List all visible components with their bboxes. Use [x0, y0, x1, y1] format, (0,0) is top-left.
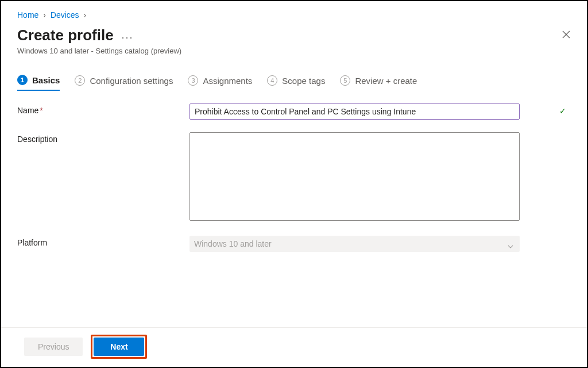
- page-title-row: Create profile ···: [17, 26, 181, 44]
- tab-configuration-settings[interactable]: 2 Configuration settings: [75, 75, 173, 91]
- tab-assignments[interactable]: 3 Assignments: [188, 75, 252, 91]
- checkmark-icon: ✓: [559, 106, 566, 116]
- tab-label: Assignments: [203, 76, 252, 86]
- chevron-right-icon: ›: [43, 10, 46, 20]
- name-control: ✓: [189, 103, 571, 120]
- breadcrumb-home-link[interactable]: Home: [17, 10, 38, 20]
- previous-button[interactable]: Previous: [24, 338, 83, 356]
- tab-label: Basics: [32, 75, 60, 85]
- footer-bar: Previous Next: [1, 327, 587, 367]
- tab-step-number: 3: [188, 75, 198, 86]
- next-button[interactable]: Next: [94, 338, 144, 356]
- wizard-tabs: 1 Basics 2 Configuration settings 3 Assi…: [17, 75, 571, 91]
- description-textarea[interactable]: [189, 132, 520, 221]
- more-options-icon[interactable]: ···: [122, 32, 134, 43]
- page-subtitle: Windows 10 and later - Settings catalog …: [17, 47, 181, 55]
- page-title: Create profile: [17, 26, 114, 44]
- tab-step-number: 4: [267, 75, 277, 86]
- tab-review-create[interactable]: 5 Review + create: [340, 75, 417, 91]
- tab-step-number: 5: [340, 75, 350, 86]
- chevron-down-icon: [507, 239, 514, 255]
- form-row-platform: Platform Windows 10 and later: [17, 236, 571, 252]
- description-control: [189, 132, 571, 223]
- form-row-name: Name* ✓: [17, 103, 571, 120]
- close-icon[interactable]: [562, 29, 571, 41]
- breadcrumb-devices-link[interactable]: Devices: [51, 10, 79, 20]
- tab-step-number: 2: [75, 75, 85, 86]
- required-asterisk: *: [40, 106, 42, 115]
- chevron-right-icon: ›: [84, 10, 87, 20]
- name-input[interactable]: [189, 103, 520, 120]
- next-button-highlight: Next: [91, 335, 147, 359]
- name-label: Name*: [17, 103, 189, 115]
- platform-label: Platform: [17, 236, 189, 247]
- tab-scope-tags[interactable]: 4 Scope tags: [267, 75, 325, 91]
- platform-select: Windows 10 and later: [189, 236, 520, 252]
- title-block: Create profile ··· Windows 10 and later …: [17, 26, 181, 55]
- tab-step-number: 1: [17, 75, 28, 85]
- tab-label: Review + create: [355, 76, 417, 86]
- description-label: Description: [17, 132, 189, 144]
- form-row-description: Description: [17, 132, 571, 223]
- label-text: Name: [17, 106, 38, 115]
- platform-value: Windows 10 and later: [194, 239, 272, 248]
- tab-label: Configuration settings: [90, 76, 173, 86]
- form-area: Name* ✓ Description Platform Windows 10 …: [17, 103, 571, 252]
- breadcrumb: Home › Devices ›: [17, 10, 571, 20]
- main-content: Home › Devices › Create profile ··· Wind…: [1, 1, 587, 252]
- header-row: Create profile ··· Windows 10 and later …: [17, 26, 571, 55]
- platform-control: Windows 10 and later: [189, 236, 571, 252]
- tab-basics[interactable]: 1 Basics: [17, 75, 60, 91]
- tab-label: Scope tags: [282, 76, 325, 86]
